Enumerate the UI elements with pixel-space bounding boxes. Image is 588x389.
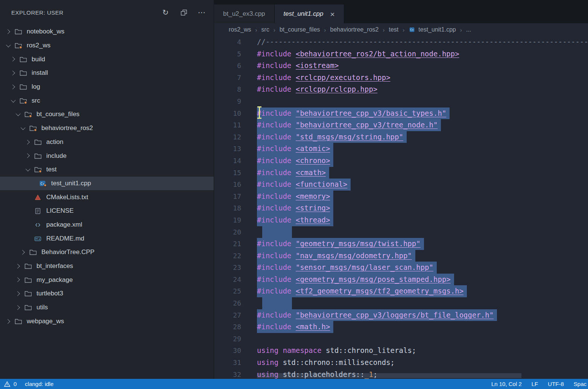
code-line-11[interactable]: 11#include "behaviortree_cpp_v3/tree_nod… (214, 119, 588, 131)
code-line-6[interactable]: 6#include <iostream> (214, 60, 588, 72)
chevron-expanded-icon[interactable] (18, 124, 27, 133)
more-actions-icon[interactable]: ⋯ (196, 7, 207, 18)
line-number[interactable]: 12 (214, 131, 241, 143)
line-number[interactable]: 10 (214, 107, 241, 120)
code-line-19[interactable]: 19#include <thread> (214, 214, 588, 226)
code-line-4[interactable]: 4//-------------------------------------… (214, 36, 588, 48)
code-line-9[interactable]: 9 (214, 95, 588, 107)
line-number[interactable]: 6 (214, 60, 241, 72)
code-line-20[interactable]: 20 (214, 226, 588, 238)
collapse-folders-icon[interactable] (178, 7, 189, 18)
code-line-21[interactable]: 21#include "geometry_msgs/msg/twist.hpp" (214, 238, 588, 250)
tree-item-behaviortree-cpp[interactable]: BehaviorTree.CPP (0, 245, 214, 259)
chevron-collapsed-icon[interactable] (9, 82, 18, 91)
tree-item-turtlebot3[interactable]: turtlebot3 (0, 287, 214, 301)
code-line-25[interactable]: 25#include <tf2_geometry_msgs/tf2_geomet… (214, 285, 588, 297)
eol-indicator[interactable]: LF (532, 379, 538, 389)
tree-item-ros2-ws[interactable]: ros2_ws (0, 39, 214, 53)
tree-item-build[interactable]: build (0, 52, 214, 66)
tree-item-log[interactable]: log (0, 80, 214, 94)
line-number[interactable]: 24 (214, 274, 241, 286)
tree-item-my-package[interactable]: my_package (0, 273, 214, 287)
line-number[interactable]: 30 (214, 345, 241, 357)
chevron-collapsed-icon[interactable] (23, 151, 32, 160)
horizontal-scrollbar[interactable] (257, 373, 588, 378)
code-line-27[interactable]: 27#include "behaviortree_cpp_v3/loggers/… (214, 309, 588, 321)
code-line-26[interactable]: 26 (214, 297, 588, 309)
chevron-collapsed-icon[interactable] (9, 55, 18, 64)
code-line-22[interactable]: 22#include "nav_msgs/msg/odometry.hpp" (214, 250, 588, 262)
code-line-12[interactable]: 12#include "std_msgs/msg/string.hpp" (214, 131, 588, 143)
scrollbar-thumb[interactable] (257, 373, 521, 378)
tree-item-action[interactable]: action (0, 135, 214, 149)
code-line-10[interactable]: 10#include "behaviortree_cpp_v3/basic_ty… (214, 107, 588, 120)
code-line-16[interactable]: 16#include <functional> (214, 179, 588, 191)
tree-item-notebook-ws[interactable]: notebook_ws (0, 25, 214, 39)
chevron-collapsed-icon[interactable] (18, 248, 27, 257)
cursor-position[interactable]: Ln 10, Col 2 (491, 379, 522, 389)
code-line-18[interactable]: 18#include <string> (214, 202, 588, 214)
chevron-expanded-icon[interactable] (23, 165, 32, 174)
encoding-indicator[interactable]: UTF-8 (548, 379, 564, 389)
code-line-24[interactable]: 24#include <geometry_msgs/msg/pose_stamp… (214, 274, 588, 286)
chevron-expanded-icon[interactable] (9, 96, 18, 105)
line-number[interactable]: 18 (214, 202, 241, 214)
line-number[interactable]: 15 (214, 167, 241, 179)
breadcrumb-item-test-unit1-cpp[interactable]: C+test_unit1.cpp (409, 26, 456, 33)
line-number[interactable]: 17 (214, 191, 241, 203)
line-number[interactable]: 26 (214, 297, 241, 309)
line-number[interactable]: 32 (214, 369, 241, 379)
tab-bt-u2-ex3-cpp[interactable]: bt_u2_ex3.cpp (214, 5, 275, 23)
breadcrumb-item-ros2-ws[interactable]: ros2_ws (229, 26, 251, 33)
code-line-7[interactable]: 7#include <rclcpp/executors.hpp> (214, 72, 588, 84)
refresh-explorer-icon[interactable]: ↻ (160, 7, 171, 18)
chevron-collapsed-icon[interactable] (9, 68, 18, 77)
code-line-15[interactable]: 15#include <cmath> (214, 167, 588, 179)
code-line-23[interactable]: 23#include "sensor_msgs/msg/laser_scan.h… (214, 262, 588, 274)
tree-item-test[interactable]: test (0, 163, 214, 177)
line-number[interactable]: 5 (214, 48, 241, 60)
line-number[interactable]: 14 (214, 155, 241, 167)
code-line-5[interactable]: 5#include <behaviortree_ros2/bt_action_n… (214, 48, 588, 60)
chevron-collapsed-icon[interactable] (14, 275, 23, 285)
chevron-expanded-icon[interactable] (4, 41, 13, 50)
tree-item-src[interactable]: src (0, 94, 214, 107)
chevron-collapsed-icon[interactable] (4, 317, 13, 326)
clangd-status[interactable]: clangd: idle (25, 379, 53, 389)
code-line-29[interactable]: 29 (214, 333, 588, 345)
breadcrumb-item-[interactable]: ... (466, 26, 471, 33)
code-line-31[interactable]: 31using std::chrono::milliseconds; (214, 357, 588, 369)
line-number[interactable]: 11 (214, 119, 241, 131)
chevron-collapsed-icon[interactable] (23, 138, 32, 147)
line-number[interactable]: 22 (214, 250, 241, 262)
tree-item-bt-course-files[interactable]: bt_course_files (0, 107, 214, 121)
line-number[interactable]: 25 (214, 285, 241, 297)
tree-item-webpage-ws[interactable]: webpage_ws (0, 314, 214, 328)
code-editor[interactable]: 4//-------------------------------------… (214, 36, 588, 379)
code-line-13[interactable]: 13#include <atomic> (214, 143, 588, 155)
tree-item-utils[interactable]: utils (0, 301, 214, 315)
breadcrumb-item-behaviortree-ros2[interactable]: behaviortree_ros2 (330, 26, 379, 33)
line-number[interactable]: 29 (214, 333, 241, 345)
line-number[interactable]: 28 (214, 321, 241, 333)
breadcrumb-item-src[interactable]: src (261, 26, 269, 33)
line-number[interactable]: 9 (214, 95, 241, 107)
code-line-30[interactable]: 30using namespace std::chrono_literals; (214, 345, 588, 357)
chevron-collapsed-icon[interactable] (4, 27, 13, 36)
line-number[interactable]: 23 (214, 262, 241, 274)
line-number[interactable]: 21 (214, 238, 241, 250)
line-number[interactable]: 16 (214, 179, 241, 191)
chevron-collapsed-icon[interactable] (14, 289, 23, 298)
tree-item-readme-md[interactable]: README.md (0, 232, 214, 245)
line-number[interactable]: 8 (214, 83, 241, 95)
tree-item-license[interactable]: LICENSE (0, 204, 214, 218)
chevron-collapsed-icon[interactable] (14, 303, 23, 312)
tree-item-install[interactable]: install (0, 66, 214, 80)
indentation-indicator[interactable]: Spac (574, 379, 586, 389)
code-line-14[interactable]: 14#include <chrono> (214, 155, 588, 167)
line-number[interactable]: 4 (214, 36, 241, 48)
tree-item-package-xml[interactable]: package.xml (0, 218, 214, 232)
close-tab-icon[interactable]: × (330, 10, 334, 18)
code-line-28[interactable]: 28#include <math.h> (214, 321, 588, 333)
tree-item-include[interactable]: include (0, 149, 214, 163)
